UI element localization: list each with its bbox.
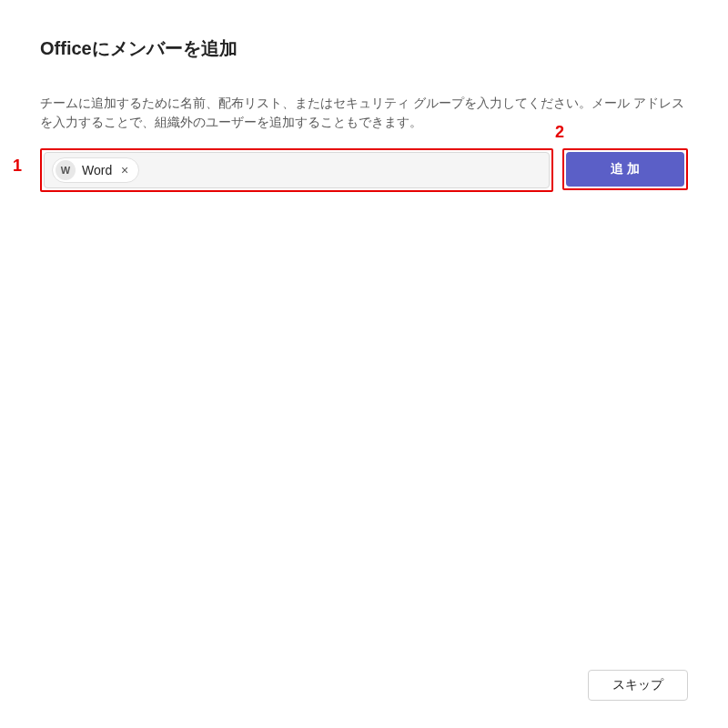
member-input[interactable]: W Word × bbox=[44, 152, 550, 188]
dialog-footer: スキップ bbox=[40, 655, 688, 701]
avatar: W bbox=[56, 160, 76, 180]
dialog-title: Officeにメンバーを追加 bbox=[40, 36, 688, 61]
dialog-description: チームに追加するために名前、配布リスト、またはセキュリティ グループを入力してく… bbox=[40, 94, 688, 132]
add-button[interactable]: 追加 bbox=[566, 152, 684, 187]
annotation-step-2: 2 bbox=[555, 123, 564, 142]
member-chip: W Word × bbox=[52, 157, 139, 183]
spacer bbox=[40, 192, 688, 655]
input-row: 1 2 W Word × 追加 bbox=[40, 148, 688, 192]
skip-button[interactable]: スキップ bbox=[588, 670, 688, 701]
add-button-highlight: 追加 bbox=[562, 148, 688, 190]
annotation-step-1: 1 bbox=[13, 157, 22, 176]
close-icon[interactable]: × bbox=[118, 164, 131, 177]
add-members-dialog: Officeにメンバーを追加 チームに追加するために名前、配布リスト、またはセキ… bbox=[0, 0, 728, 728]
chip-label: Word bbox=[82, 163, 112, 177]
member-input-highlight: W Word × bbox=[40, 148, 553, 192]
